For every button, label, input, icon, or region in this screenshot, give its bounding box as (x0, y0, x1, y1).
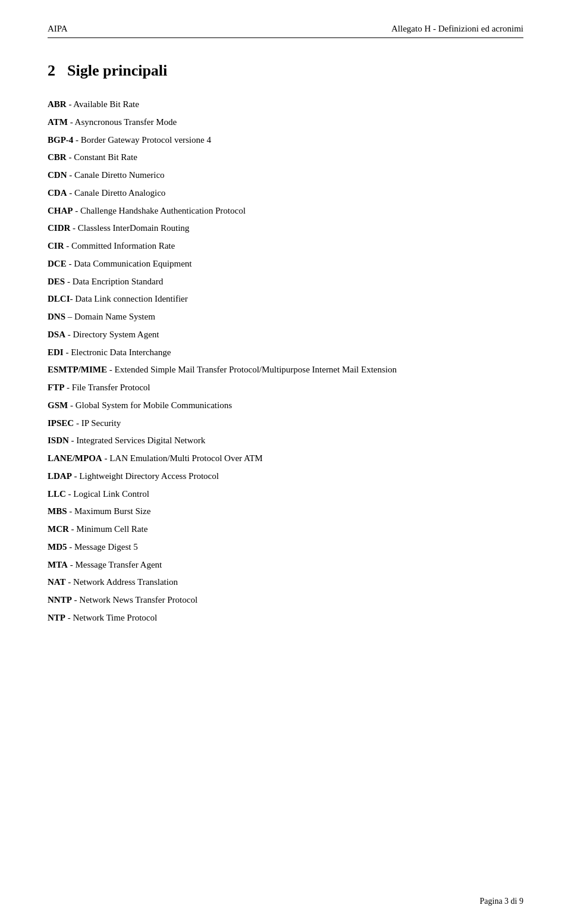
definition: Available Bit Rate (73, 99, 139, 109)
header-left: AIPA (48, 24, 68, 34)
definition: Challenge Handshake Authentication Proto… (80, 206, 246, 215)
separator: - (67, 188, 75, 198)
term: ESMTP/MIME (48, 365, 107, 374)
section-title: 2Sigle principali (48, 62, 523, 80)
list-item: LDAP - Lightweight Directory Access Prot… (48, 468, 523, 485)
definition: Message Digest 5 (74, 542, 138, 552)
list-item: NAT - Network Address Translation (48, 574, 523, 591)
term: NAT (48, 577, 66, 587)
separator: - (74, 418, 81, 428)
separator: - (70, 223, 78, 233)
list-item: MCR - Minimum Cell Rate (48, 521, 523, 538)
separator: - (64, 383, 72, 392)
definition: Maximum Burst Size (74, 506, 150, 516)
list-item: EDI - Electronic Data Interchange (48, 344, 523, 361)
term: FTP (48, 383, 64, 392)
separator: - (102, 453, 110, 463)
term: CBR (48, 152, 67, 162)
separator: - (65, 330, 73, 339)
term: MTA (48, 560, 68, 569)
term: MD5 (48, 542, 67, 552)
definition: Asyncronous Transfer Mode (75, 117, 177, 127)
list-item: CIR - Committed Information Rate (48, 238, 523, 255)
list-item: FTP - File Transfer Protocol (48, 380, 523, 396)
list-item: ABR - Available Bit Rate (48, 96, 523, 113)
separator: - (107, 365, 115, 374)
term: CDN (48, 170, 67, 180)
term: CHAP (48, 206, 73, 215)
list-item: LLC - Logical Link Control (48, 486, 523, 503)
separator: - (67, 542, 75, 552)
glossary-list: ABR - Available Bit RateATM - Asyncronou… (48, 96, 523, 627)
term: DCE (48, 259, 67, 268)
separator: - (65, 613, 73, 622)
separator: - (67, 506, 75, 516)
term: DES (48, 277, 65, 286)
term: DLCI (48, 294, 70, 303)
list-item: LANE/MPOA - LAN Emulation/Multi Protocol… (48, 450, 523, 467)
section-number: 2 (48, 62, 55, 79)
definition: Data Communication Equipment (74, 259, 192, 268)
definition: Network News Transfer Protocol (79, 595, 197, 604)
separator: - (73, 135, 81, 145)
term: CIDR (48, 223, 70, 233)
term: DNS (48, 312, 65, 321)
term: ATM (48, 117, 68, 127)
list-item: DSA - Directory System Agent (48, 327, 523, 343)
term: NNTP (48, 595, 72, 604)
definition: IP Security (81, 418, 121, 428)
term: BGP-4 (48, 135, 73, 145)
definition: Minimum Cell Rate (76, 524, 148, 534)
section-title-text: Sigle principali (67, 62, 167, 79)
list-item: DES - Data Encription Standard (48, 274, 523, 290)
term: IPSEC (48, 418, 74, 428)
list-item: NNTP - Network News Transfer Protocol (48, 592, 523, 609)
list-item: CHAP - Challenge Handshake Authenticatio… (48, 203, 523, 220)
header-right: Allegato H - Definizioni ed acronimi (391, 24, 523, 34)
definition: Network Address Translation (73, 577, 178, 587)
term: ISDN (48, 436, 69, 445)
separator: - (68, 400, 76, 410)
list-item: BGP-4 - Border Gateway Protocol versione… (48, 132, 523, 149)
definition: Global System for Mobile Communications (76, 400, 232, 410)
separator: – (65, 312, 74, 321)
definition: Lightweight Directory Access Protocol (79, 471, 219, 481)
definition: Domain Name System (74, 312, 155, 321)
list-item: MTA - Message Transfer Agent (48, 557, 523, 574)
definition: Data Encription Standard (73, 277, 163, 286)
list-item: CIDR - Classless InterDomain Routing (48, 220, 523, 237)
definition: Canale Diretto Analogico (74, 188, 165, 198)
definition: Network Time Protocol (73, 613, 158, 622)
list-item: IPSEC - IP Security (48, 415, 523, 432)
separator: - (68, 117, 75, 127)
definition: Committed Information Rate (71, 241, 175, 250)
separator: - (69, 524, 77, 534)
term: CIR (48, 241, 64, 250)
list-item: ATM - Asyncronous Transfer Mode (48, 114, 523, 131)
footer-text: Pagina 3 di 9 (480, 897, 524, 906)
term: MCR (48, 524, 69, 534)
term: LANE/MPOA (48, 453, 102, 463)
separator: - (66, 489, 74, 499)
term: NTP (48, 613, 65, 622)
list-item: CBR - Constant Bit Rate (48, 149, 523, 166)
definition: LAN Emulation/Multi Protocol Over ATM (109, 453, 262, 463)
page-header: AIPA Allegato H - Definizioni ed acronim… (48, 24, 523, 38)
definition: Logical Link Control (73, 489, 149, 499)
separator: - (67, 170, 75, 180)
separator: - (65, 277, 73, 286)
separator: - (70, 294, 76, 303)
definition: Border Gateway Protocol versione 4 (81, 135, 211, 145)
separator: - (67, 152, 74, 162)
list-item: CDN - Canale Diretto Numerico (48, 167, 523, 184)
list-item: DCE - Data Communication Equipment (48, 256, 523, 272)
term: DSA (48, 330, 65, 339)
definition: File Transfer Protocol (72, 383, 150, 392)
separator: - (64, 347, 71, 357)
separator: - (69, 436, 77, 445)
separator: - (67, 99, 74, 109)
definition: Classless InterDomain Routing (78, 223, 190, 233)
separator: - (72, 595, 80, 604)
separator: - (72, 471, 80, 481)
definition: Electronic Data Interchange (71, 347, 171, 357)
